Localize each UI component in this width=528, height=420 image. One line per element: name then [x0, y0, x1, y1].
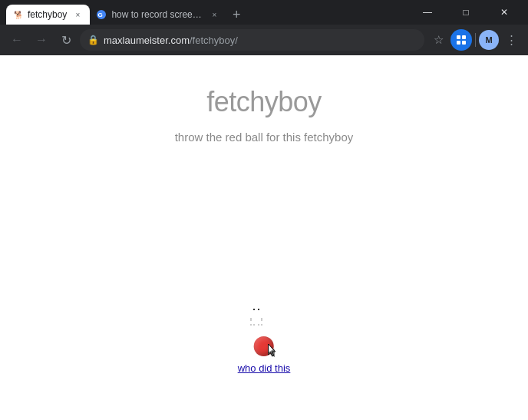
- tab-close-fetchyboy[interactable]: ×: [71, 8, 84, 21]
- dog-canvas: [249, 306, 279, 336]
- minimize-button[interactable]: —: [410, 0, 445, 25]
- ball-container: [254, 336, 274, 356]
- address-text: maxlaumeister.com/fetchyboy/: [104, 35, 417, 46]
- svg-rect-7: [462, 41, 466, 45]
- extensions-icon: [455, 34, 467, 46]
- menu-button[interactable]: ⋮: [500, 29, 522, 51]
- omnibar-right: ☆ M ⋮: [427, 29, 522, 51]
- who-did-this-link[interactable]: who did this: [238, 362, 291, 374]
- address-base: maxlaumeister.com: [104, 35, 190, 46]
- omnibar: ← → ↻ 🔒 maxlaumeister.com/fetchyboy/ ☆ M…: [0, 25, 528, 55]
- refresh-button[interactable]: ↻: [55, 29, 77, 51]
- extensions-button[interactable]: [450, 29, 472, 51]
- dog-favicon-icon: 🐕: [12, 9, 23, 20]
- google-favicon-icon: G: [96, 9, 107, 20]
- page-title: fetchyboy: [206, 86, 322, 118]
- pixel-dog: [249, 306, 279, 336]
- forward-button[interactable]: →: [31, 29, 52, 51]
- back-button[interactable]: ←: [6, 29, 28, 51]
- tab-close-search[interactable]: ×: [208, 8, 220, 21]
- svg-rect-6: [457, 41, 460, 45]
- address-bar[interactable]: 🔒 maxlaumeister.com/fetchyboy/: [80, 29, 424, 51]
- red-ball[interactable]: [254, 336, 274, 356]
- svg-marker-8: [269, 344, 276, 356]
- svg-text:🐕: 🐕: [14, 10, 23, 20]
- profile-avatar[interactable]: M: [479, 30, 499, 50]
- tab-label-search: how to record screen on wind…: [111, 9, 203, 20]
- title-bar: 🐕 fetchyboy × G how to record screen on …: [0, 0, 528, 25]
- star-button[interactable]: ☆: [427, 29, 449, 51]
- tab-search[interactable]: G how to record screen on wind… ×: [90, 5, 226, 25]
- tab-favicon-search: G: [96, 9, 107, 20]
- page-content: fetchyboy throw the red ball for this fe…: [0, 55, 528, 420]
- lock-icon: 🔒: [87, 35, 99, 45]
- tabs-area: 🐕 fetchyboy × G how to record screen on …: [6, 0, 410, 25]
- tab-favicon-fetchyboy: 🐕: [12, 9, 23, 20]
- cursor-icon: [267, 342, 278, 358]
- game-area: who did this: [238, 306, 291, 374]
- maximize-button[interactable]: □: [448, 0, 483, 25]
- tab-label-fetchyboy: fetchyboy: [28, 9, 67, 20]
- svg-rect-4: [457, 35, 460, 39]
- close-button[interactable]: ✕: [487, 0, 522, 25]
- page-subtitle: throw the red ball for this fetchyboy: [175, 131, 354, 144]
- omnibar-divider: [475, 33, 476, 47]
- window-controls: — □ ✕: [410, 0, 522, 25]
- address-path: /fetchyboy/: [190, 35, 238, 46]
- svg-rect-5: [462, 35, 466, 39]
- tab-fetchyboy[interactable]: 🐕 fetchyboy ×: [6, 5, 90, 25]
- new-tab-button[interactable]: +: [226, 5, 246, 25]
- svg-text:G: G: [98, 12, 103, 18]
